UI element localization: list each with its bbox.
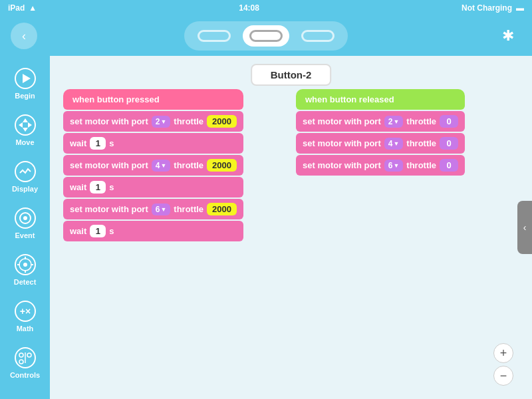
wifi-icon: ▲: [29, 3, 37, 13]
throttle-val-r2[interactable]: 0: [440, 137, 458, 150]
port-arrow-r2: ▼: [393, 140, 399, 147]
tab-1[interactable]: [191, 25, 237, 47]
wait-num-val-l2: 1: [96, 182, 100, 192]
motor-text2-l3: throttle: [174, 204, 203, 214]
sidebar-item-detect[interactable]: Detect: [3, 247, 48, 291]
throttle-val-r3[interactable]: 0: [440, 159, 458, 172]
svg-marker-3: [23, 118, 28, 122]
motor-text1-l2: set motor with port: [70, 160, 148, 170]
program-title-text: Button-2: [271, 69, 312, 80]
motor-block-left-3[interactable]: set motor with port 6 ▼ throttle 2000: [63, 199, 243, 219]
status-left: iPad ▲: [8, 3, 37, 13]
main-layout: Begin Move Display: [0, 56, 532, 399]
throttle-num-r3: 0: [446, 160, 451, 170]
motor-block-right-1[interactable]: set motor with port 2 ▼ throttle 0: [296, 111, 465, 132]
sidebar-item-begin[interactable]: Begin: [3, 61, 48, 105]
battery-label: Not Charging: [462, 3, 512, 13]
sidebar-label-math: Math: [17, 325, 34, 332]
svg-marker-5: [19, 122, 23, 128]
port-val-r2: 4: [388, 139, 393, 148]
port-dropdown-l2[interactable]: 4 ▼: [152, 160, 171, 172]
svg-point-23: [19, 360, 23, 364]
motor-block-right-2[interactable]: set motor with port 4 ▼ throttle 0: [296, 133, 465, 154]
motor-block-left-1[interactable]: set motor with port 2 ▼ throttle 2000: [63, 111, 243, 132]
status-right: Not Charging ▬: [462, 3, 524, 13]
sidebar-label-begin: Begin: [15, 92, 35, 100]
back-button[interactable]: ‹: [11, 23, 37, 49]
port-val-l3: 6: [156, 205, 160, 214]
tab-group: [184, 21, 348, 51]
wait-block-left-3[interactable]: wait 1 s: [63, 221, 243, 241]
motor-text1-l3: set motor with port: [70, 204, 148, 214]
wait-num-val-l3: 1: [96, 226, 100, 236]
controls-icon: [13, 346, 37, 370]
wait-text1-l1: wait: [70, 138, 86, 148]
top-bar: ‹ ✱: [0, 16, 532, 56]
wait-text2-l3: s: [109, 226, 114, 236]
motor-block-right-3[interactable]: set motor with port 6 ▼ throttle 0: [296, 155, 465, 176]
throttle-val-r1[interactable]: 0: [440, 115, 458, 128]
play-icon: [13, 66, 37, 90]
throttle-num-l3: 2000: [212, 204, 231, 214]
sidebar-label-move: Move: [15, 138, 34, 146]
sidebar-item-event[interactable]: Event: [3, 201, 48, 245]
throttle-val-l2[interactable]: 2000: [207, 159, 237, 172]
wait-num-l3[interactable]: 1: [90, 225, 106, 237]
svg-marker-1: [23, 74, 31, 83]
motor-text2-r2: throttle: [406, 138, 436, 148]
sidebar-item-controls[interactable]: Controls: [3, 340, 48, 384]
canvas-area: Button-2 when button pressed set motor w…: [50, 56, 532, 399]
port-arrow-r3: ▼: [393, 162, 399, 169]
wait-text2-l1: s: [109, 138, 114, 148]
tab-3[interactable]: [295, 25, 341, 47]
port-dropdown-r2[interactable]: 4 ▼: [384, 138, 404, 150]
port-arrow-l1: ▼: [160, 118, 166, 125]
sidebar-label-controls: Controls: [10, 371, 40, 379]
bluetooth-button[interactable]: ✱: [495, 23, 521, 49]
port-dropdown-l1[interactable]: 2 ▼: [152, 116, 171, 128]
move-icon: [13, 113, 37, 137]
throttle-val-l3[interactable]: 2000: [207, 203, 237, 215]
wait-num-l1[interactable]: 1: [90, 137, 106, 150]
svg-point-2: [15, 115, 35, 135]
battery-icon: ▬: [516, 3, 524, 13]
sidebar-item-math[interactable]: +× Math: [3, 294, 48, 338]
wait-block-left-2[interactable]: wait 1 s: [63, 177, 243, 198]
motor-block-left-2[interactable]: set motor with port 4 ▼ throttle 2000: [63, 155, 243, 176]
device-label: iPad: [8, 3, 25, 13]
port-dropdown-r3[interactable]: 6 ▼: [384, 160, 404, 172]
status-time: 14:08: [239, 3, 259, 13]
sidebar: Begin Move Display: [0, 56, 50, 399]
svg-point-21: [19, 353, 23, 357]
sidebar-item-move[interactable]: Move: [3, 108, 48, 152]
svg-marker-4: [23, 128, 28, 132]
motor-text1-r1: set motor with port: [303, 116, 381, 126]
wait-num-l2[interactable]: 1: [90, 181, 106, 194]
svg-point-22: [27, 353, 31, 357]
hat-label-pressed: when button pressed: [72, 94, 160, 104]
right-block-group: when button released set motor with port…: [296, 89, 465, 176]
svg-point-10: [23, 216, 27, 220]
tab-2[interactable]: [243, 25, 289, 47]
program-title: Button-2: [251, 64, 332, 86]
sidebar-label-detect: Detect: [14, 278, 37, 286]
wait-num-val-l1: 1: [96, 138, 100, 148]
event-icon: [13, 206, 37, 230]
zoom-in-button[interactable]: +: [493, 343, 513, 363]
hat-block-pressed[interactable]: when button pressed: [63, 89, 243, 110]
hat-block-released[interactable]: when button released: [296, 89, 465, 110]
wait-block-left-1[interactable]: wait 1 s: [63, 133, 243, 154]
port-dropdown-l3[interactable]: 6 ▼: [152, 203, 171, 215]
scroll-handle[interactable]: ‹: [517, 201, 532, 254]
port-val-l2: 4: [156, 161, 160, 170]
throttle-val-l1[interactable]: 2000: [207, 115, 237, 128]
throttle-num-l2: 2000: [212, 160, 231, 170]
zoom-out-button[interactable]: −: [493, 366, 513, 386]
detect-icon: [13, 253, 37, 277]
left-block-group: when button pressed set motor with port …: [63, 89, 243, 241]
chevron-left-icon: ‹: [523, 222, 527, 233]
wait-text2-l2: s: [109, 182, 114, 192]
sidebar-item-display[interactable]: Display: [3, 154, 48, 198]
svg-point-13: [23, 263, 27, 267]
port-dropdown-r1[interactable]: 2 ▼: [384, 116, 404, 128]
